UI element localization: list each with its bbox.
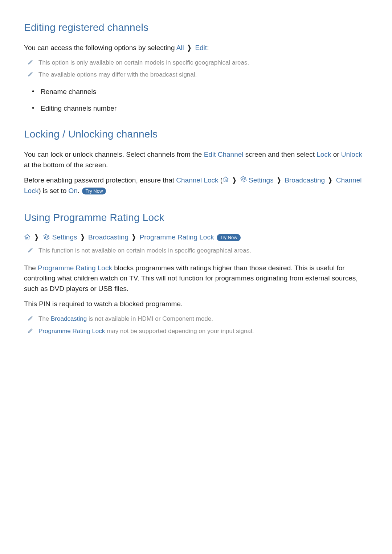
prl-paragraph-1: The Programme Rating Lock blocks program… xyxy=(24,263,368,294)
heading-locking-unlocking-channels: Locking / Unlocking channels xyxy=(24,128,368,140)
text: ( xyxy=(219,176,223,184)
pencil-icon xyxy=(28,247,33,253)
intro-prefix: You can access the following options by … xyxy=(24,44,176,52)
gear-icon xyxy=(43,234,50,240)
chevron-right-icon: ❯ xyxy=(35,233,39,241)
chevron-right-icon: ❯ xyxy=(328,175,332,186)
prl-paragraph-2: This PIN is required to watch a blocked … xyxy=(24,299,368,309)
pencil-icon xyxy=(28,59,33,65)
text: You can lock or unlock channels. Select … xyxy=(24,151,204,158)
intro-paragraph: You can access the following options by … xyxy=(24,43,368,53)
lock-paragraph-1: You can lock or unlock channels. Select … xyxy=(24,149,368,170)
list-item: Editing channels number xyxy=(24,104,368,112)
lock-paragraph-2: Before enabling password protection, ens… xyxy=(24,175,368,196)
path-broadcasting: Broadcasting xyxy=(285,176,325,184)
options-list: Rename channels Editing channels number xyxy=(24,88,368,112)
try-now-button[interactable]: Try Now xyxy=(217,234,241,241)
link-edit-channel: Edit Channel xyxy=(204,151,244,158)
chevron-right-icon: ❯ xyxy=(132,233,136,241)
text: may not be supported depending on your i… xyxy=(105,328,254,335)
heading-editing-registered-channels: Editing registered channels xyxy=(24,22,368,33)
link-programme-rating-lock: Programme Rating Lock xyxy=(38,328,105,335)
link-on: On xyxy=(69,187,78,194)
section-locking-unlocking-channels: Locking / Unlocking channels You can loc… xyxy=(24,128,368,196)
note-text: The Broadcasting is not available in HDM… xyxy=(38,315,213,323)
note-row: Programme Rating Lock may not be support… xyxy=(28,327,368,336)
path-all: All xyxy=(176,44,184,52)
heading-programme-rating-lock: Using Programme Rating Lock xyxy=(24,212,368,223)
text: at the bottom of the screen. xyxy=(24,161,108,169)
pencil-icon xyxy=(28,71,33,77)
section-editing-registered-channels: Editing registered channels You can acce… xyxy=(24,22,368,112)
home-icon xyxy=(24,234,30,240)
link-unlock: Unlock xyxy=(341,151,362,158)
path-settings: Settings xyxy=(249,176,274,184)
link-lock: Lock xyxy=(317,151,331,158)
path-settings: Settings xyxy=(52,233,77,241)
intro-suffix: : xyxy=(207,44,209,52)
link-broadcasting: Broadcasting xyxy=(51,315,87,322)
path-programme-rating-lock: Programme Rating Lock xyxy=(140,233,214,241)
note-row: This function is not available on certai… xyxy=(28,246,368,255)
path-broadcasting: Broadcasting xyxy=(88,233,128,241)
navigation-path: ❯ Settings ❯ Broadcasting ❯ Programme Ra… xyxy=(24,233,368,241)
gear-icon xyxy=(240,176,247,182)
chevron-right-icon: ❯ xyxy=(81,233,85,241)
section-programme-rating-lock: Using Programme Rating Lock ❯ Settings ❯… xyxy=(24,212,368,335)
text: is not available in HDMI or Component mo… xyxy=(87,315,213,322)
note-row: This option is only available on certain… xyxy=(28,58,368,67)
chevron-right-icon: ❯ xyxy=(233,175,237,186)
text: or xyxy=(331,151,341,158)
list-item: Rename channels xyxy=(24,88,368,96)
pencil-icon xyxy=(28,328,33,333)
text: The xyxy=(24,264,38,272)
note-row: The Broadcasting is not available in HDM… xyxy=(28,315,368,323)
note-row: The available options may differ with th… xyxy=(28,70,368,79)
path-edit: Edit xyxy=(195,44,207,52)
note-text: This option is only available on certain… xyxy=(38,58,249,67)
try-now-button[interactable]: Try Now xyxy=(82,188,106,195)
pencil-icon xyxy=(28,315,33,321)
text: The xyxy=(38,315,51,322)
link-channel-lock: Channel Lock xyxy=(176,176,218,184)
chevron-right-icon: ❯ xyxy=(277,175,281,186)
text: Before enabling password protection, ens… xyxy=(24,176,176,184)
chevron-right-icon: ❯ xyxy=(187,43,191,53)
text: ) is set to xyxy=(38,187,68,194)
text: . xyxy=(78,187,82,194)
link-programme-rating-lock: Programme Rating Lock xyxy=(38,264,112,272)
note-text: The available options may differ with th… xyxy=(38,70,197,79)
home-icon xyxy=(222,176,229,182)
text: screen and then select xyxy=(244,151,317,158)
note-text: Programme Rating Lock may not be support… xyxy=(38,327,254,336)
note-text: This function is not available on certai… xyxy=(38,246,251,255)
